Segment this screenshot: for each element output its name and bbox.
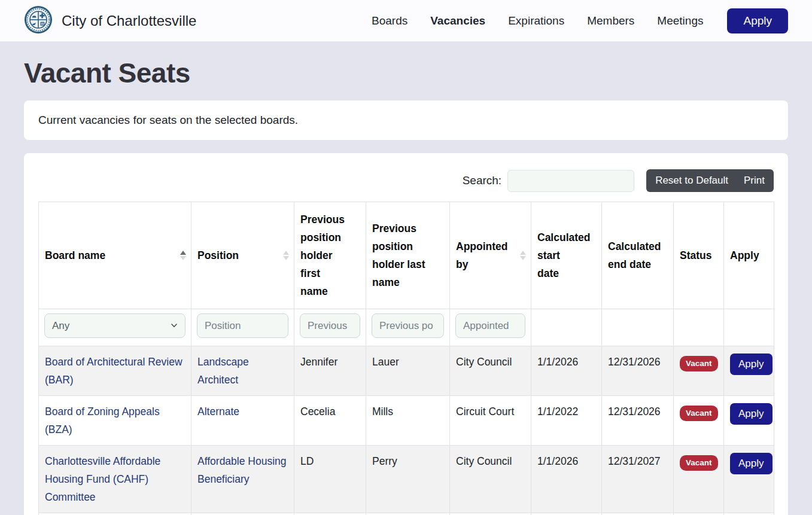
appointed-by-filter-cell — [450, 309, 531, 346]
position-link[interactable]: Landscape Architect — [197, 356, 249, 386]
appointed-by-cell: Circuit Court — [450, 396, 531, 446]
apply-cell: Apply — [724, 513, 774, 515]
table-row: Charlottesville Affordable Housing Fund … — [39, 446, 774, 513]
col-header-calc-end-date: Calculated end date — [602, 202, 674, 309]
table-row: Board of Architectural Review (BAR) Land… — [39, 346, 774, 396]
col-header-position[interactable]: Position — [191, 202, 294, 309]
nav-apply-button[interactable]: Apply — [727, 8, 788, 33]
end-date-cell: 12/31/2026 — [602, 346, 674, 396]
prev-last-name-cell: Mills — [366, 396, 450, 446]
appointed-by-filter-input[interactable] — [455, 313, 525, 338]
position-cell: Alternate — [191, 396, 294, 446]
table-row: Board of Zoning Appeals (BZA) Alternate … — [39, 396, 774, 446]
position-cell: Affordable Housing Beneficiary — [191, 513, 294, 515]
row-apply-button[interactable]: Apply — [730, 453, 773, 474]
vacancies-table-card: Search: Reset to Default Print Board nam… — [24, 153, 788, 515]
brand-name: City of Charlottesville — [62, 13, 196, 29]
prev-last-name-filter-input[interactable] — [372, 313, 444, 338]
board-name-link[interactable]: Board of Zoning Appeals (BZA) — [45, 406, 160, 435]
status-cell: Vacant — [674, 446, 724, 513]
board-filter-select[interactable]: Any — [44, 313, 185, 338]
empty-filter-cell — [531, 309, 602, 346]
prev-first-name-filter-input[interactable] — [300, 313, 360, 338]
board-filter-cell: Any — [39, 309, 191, 346]
start-date-cell: 1/1/2026 — [531, 446, 602, 513]
description-text: Current vacancies for seats on the selec… — [38, 114, 298, 126]
position-link[interactable]: Alternate — [197, 406, 239, 418]
board-name-cell: Charlottesville Affordable Housing Fund … — [39, 513, 191, 515]
nav-item-meetings[interactable]: Meetings — [657, 14, 703, 28]
page-title: Vacant Seats — [24, 57, 788, 89]
col-header-board-name[interactable]: Board name — [39, 202, 191, 309]
main-nav: Boards Vacancies Expirations Members Mee… — [372, 8, 788, 33]
prev-last-filter-cell — [366, 309, 450, 346]
main-content: Vacant Seats Current vacancies for seats… — [0, 57, 812, 515]
apply-cell: Apply — [724, 396, 774, 446]
prev-first-name-cell: Cecelia — [294, 396, 366, 446]
appointed-by-cell: City Council — [450, 346, 531, 396]
col-header-status: Status — [674, 202, 724, 309]
position-cell: Affordable Housing Beneficiary — [191, 446, 294, 513]
status-cell: Vacant — [674, 396, 724, 446]
reset-to-default-button[interactable]: Reset to Default — [647, 170, 736, 191]
apply-cell: Apply — [724, 346, 774, 396]
status-badge: Vacant — [680, 356, 718, 371]
board-name-link[interactable]: Charlottesville Affordable Housing Fund … — [45, 455, 160, 503]
table-actions-group: Reset to Default Print — [646, 169, 774, 192]
col-header-appointed-by[interactable]: Appointed by — [450, 202, 531, 309]
prev-first-name-cell — [294, 513, 366, 515]
sort-neutral-icon — [520, 251, 526, 260]
nav-item-vacancies[interactable]: Vacancies — [430, 14, 485, 28]
brand: City of Charlottesville — [24, 5, 196, 36]
start-date-cell: 1/1/2026 — [531, 513, 602, 515]
prev-first-name-cell: LD — [294, 446, 366, 513]
appointed-by-cell: City Council — [450, 513, 531, 515]
row-apply-button[interactable]: Apply — [730, 403, 773, 425]
position-cell: Landscape Architect — [191, 346, 294, 396]
nav-item-members[interactable]: Members — [587, 14, 634, 28]
filter-row: Any — [39, 309, 774, 346]
prev-last-name-cell: Lauer — [366, 346, 450, 396]
board-name-cell: Board of Zoning Appeals (BZA) — [39, 396, 191, 446]
prev-first-filter-cell — [294, 309, 366, 346]
row-apply-button[interactable]: Apply — [730, 354, 773, 375]
position-link[interactable]: Affordable Housing Beneficiary — [197, 455, 287, 485]
status-cell: Vacant — [674, 513, 724, 515]
col-header-prev-last-name: Previous position holder last name — [366, 202, 450, 309]
header-row: Board name Position Previous position ho… — [39, 202, 774, 309]
board-name-cell: Board of Architectural Review (BAR) — [39, 346, 191, 396]
col-header-prev-first-name: Previous position holder first name — [294, 202, 366, 309]
status-cell: Vacant — [674, 346, 724, 396]
prev-last-name-cell — [366, 513, 450, 515]
search-label: Search: — [463, 174, 501, 187]
col-header-apply: Apply — [724, 202, 774, 309]
apply-cell: Apply — [724, 446, 774, 513]
position-filter-input[interactable] — [197, 313, 288, 338]
nav-item-boards[interactable]: Boards — [372, 14, 407, 28]
nav-item-expirations[interactable]: Expirations — [508, 14, 564, 28]
table-row: Charlottesville Affordable Housing Fund … — [39, 513, 774, 515]
start-date-cell: 1/1/2026 — [531, 346, 602, 396]
status-badge: Vacant — [680, 455, 718, 471]
sort-neutral-icon — [283, 251, 289, 260]
city-seal-logo — [24, 5, 53, 36]
end-date-cell: 12/31/2027 — [602, 446, 674, 513]
vacancies-table: Board name Position Previous position ho… — [38, 202, 774, 515]
empty-filter-cell — [674, 309, 724, 346]
board-name-cell: Charlottesville Affordable Housing Fund … — [39, 446, 191, 513]
prev-last-name-cell: Perry — [366, 446, 450, 513]
table-toolbar: Search: Reset to Default Print — [38, 169, 774, 192]
top-navbar: City of Charlottesville Boards Vacancies… — [0, 0, 812, 42]
end-date-cell: 12/31/2027 — [602, 513, 674, 515]
description-card: Current vacancies for seats on the selec… — [24, 100, 788, 140]
board-name-link[interactable]: Board of Architectural Review (BAR) — [45, 356, 183, 386]
empty-filter-cell — [724, 309, 774, 346]
search-input[interactable] — [507, 170, 634, 192]
print-button[interactable]: Print — [736, 170, 773, 191]
appointed-by-cell: City Council — [450, 446, 531, 513]
end-date-cell: 12/31/2026 — [602, 396, 674, 446]
start-date-cell: 1/1/2022 — [531, 396, 602, 446]
col-header-calc-start-date: Calculated start date — [531, 202, 602, 309]
position-filter-cell — [191, 309, 294, 346]
status-badge: Vacant — [680, 406, 718, 421]
